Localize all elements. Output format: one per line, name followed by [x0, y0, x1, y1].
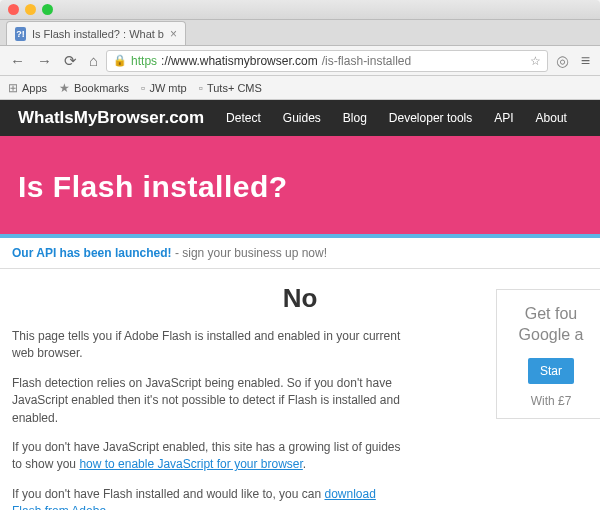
sidebar-heading: Get fou Google a: [507, 304, 595, 346]
nav-blog[interactable]: Blog: [343, 111, 367, 125]
reload-button[interactable]: ⟳: [60, 50, 81, 72]
page-title: Is Flash installed?: [18, 170, 582, 204]
sidebar-subtext: With £7: [507, 394, 595, 408]
page-icon: ▫: [141, 81, 145, 95]
site-header: WhatIsMyBrowser.com Detect Guides Blog D…: [0, 100, 600, 136]
menu-icon[interactable]: ≡: [577, 50, 594, 72]
site-brand[interactable]: WhatIsMyBrowser.com: [18, 108, 204, 128]
nav-detect[interactable]: Detect: [226, 111, 261, 125]
bookmark-apps[interactable]: ⊞Apps: [8, 81, 47, 95]
api-notice-rest: - sign your business up now!: [172, 246, 327, 260]
hero-banner: Is Flash installed?: [0, 136, 600, 238]
api-notice: Our API has been launched! - sign your b…: [0, 238, 600, 269]
sidebar-cta-button[interactable]: Star: [528, 358, 574, 384]
browser-toolbar: ← → ⟳ ⌂ 🔒 https://www.whatismybrowser.co…: [0, 46, 600, 76]
url-path: /is-flash-installed: [322, 54, 411, 68]
plus-icon: ▫: [199, 81, 203, 95]
sidebar-promo: Get fou Google a Star With £7: [496, 289, 600, 419]
back-button[interactable]: ←: [6, 50, 29, 71]
window-close-button[interactable]: [8, 4, 19, 15]
url-scheme: https: [131, 54, 157, 68]
page-content: WhatIsMyBrowser.com Detect Guides Blog D…: [0, 100, 600, 510]
favicon: ?!: [15, 27, 26, 41]
bookmark-star-icon[interactable]: ☆: [530, 54, 541, 68]
paragraph-js: Flash detection relies on JavaScript bei…: [12, 375, 402, 427]
link-enable-js[interactable]: how to enable JavaScript for your browse…: [79, 457, 302, 471]
forward-button[interactable]: →: [33, 50, 56, 71]
browser-tab[interactable]: ?! Is Flash installed? : What b ×: [6, 21, 186, 45]
extensions-icon[interactable]: ◎: [552, 50, 573, 72]
nav-guides[interactable]: Guides: [283, 111, 321, 125]
apps-icon: ⊞: [8, 81, 18, 95]
address-bar[interactable]: 🔒 https://www.whatismybrowser.com/is-fla…: [106, 50, 548, 72]
star-icon: ★: [59, 81, 70, 95]
bookmark-bookmarks[interactable]: ★Bookmarks: [59, 81, 129, 95]
api-notice-link[interactable]: Our API has been launched!: [12, 246, 172, 260]
window-titlebar: [0, 0, 600, 20]
window-zoom-button[interactable]: [42, 4, 53, 15]
window-minimize-button[interactable]: [25, 4, 36, 15]
url-host: ://www.whatismybrowser.com: [161, 54, 318, 68]
tab-title: Is Flash installed? : What b: [32, 28, 164, 40]
nav-devtools[interactable]: Developer tools: [389, 111, 472, 125]
paragraph-js-guide: If you don't have JavaScript enabled, th…: [12, 439, 402, 474]
paragraph-download: If you don't have Flash installed and wo…: [12, 486, 402, 510]
home-button[interactable]: ⌂: [85, 50, 102, 71]
bookmarks-bar: ⊞Apps ★Bookmarks ▫JW mtp ▫Tuts+ CMS: [0, 76, 600, 100]
lock-icon: 🔒: [113, 54, 127, 67]
nav-about[interactable]: About: [536, 111, 567, 125]
paragraph-intro: This page tells you if Adobe Flash is in…: [12, 328, 402, 363]
bookmark-tuts[interactable]: ▫Tuts+ CMS: [199, 81, 262, 95]
main-content: No This page tells you if Adobe Flash is…: [0, 269, 600, 510]
close-tab-icon[interactable]: ×: [170, 27, 177, 41]
bookmark-jw[interactable]: ▫JW mtp: [141, 81, 187, 95]
nav-api[interactable]: API: [494, 111, 513, 125]
tab-strip: ?! Is Flash installed? : What b ×: [0, 20, 600, 46]
